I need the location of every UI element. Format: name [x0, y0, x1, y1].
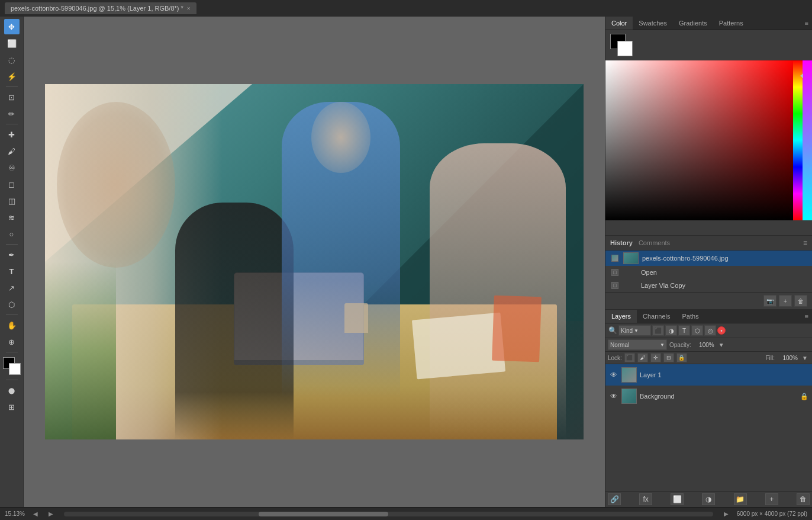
- layers-tab-channels[interactable]: Channels: [637, 310, 676, 323]
- new-group-btn[interactable]: 📁: [734, 493, 747, 505]
- history-icon-1: □: [611, 269, 618, 276]
- fg-bg-color-display[interactable]: [610, 34, 633, 56]
- history-create-layer-btn[interactable]: +: [779, 295, 792, 307]
- blur-tool-btn[interactable]: ≋: [4, 210, 20, 225]
- history-item-0[interactable]: pexels-cottonbro-5990046.jpg: [605, 251, 812, 266]
- color-additional-bar[interactable]: [803, 60, 812, 220]
- layer-0-visibility[interactable]: 👁: [609, 370, 618, 380]
- layer-0-thumb: [621, 367, 637, 383]
- history-item-1[interactable]: □ Open: [605, 266, 812, 279]
- brush-tool-btn[interactable]: 🖌: [4, 143, 20, 159]
- color-gradient-picker[interactable]: [605, 60, 793, 220]
- filter-shape-btn[interactable]: ⬡: [691, 325, 703, 336]
- lock-all-btn[interactable]: 🔒: [676, 353, 687, 362]
- tool-divider-6: [6, 380, 18, 380]
- comments-tab-label[interactable]: Comments: [639, 239, 670, 246]
- background-color-swatch[interactable]: [9, 363, 21, 375]
- history-item-2[interactable]: □ Layer Via Copy: [605, 279, 812, 292]
- layers-panel-menu[interactable]: ≡: [801, 310, 812, 323]
- fill-value[interactable]: 100%: [777, 355, 798, 361]
- tab-color[interactable]: Color: [605, 17, 633, 30]
- filter-pixel-btn[interactable]: ⬛: [652, 325, 664, 336]
- eyedropper-tool-btn[interactable]: ✏: [4, 106, 20, 121]
- dodge-tool-btn[interactable]: ○: [4, 226, 20, 242]
- scrollbar-thumb: [259, 512, 388, 516]
- history-menu-icon[interactable]: ≡: [803, 239, 807, 247]
- lock-artboard-btn[interactable]: ⊟: [663, 353, 674, 362]
- add-layer-style-btn[interactable]: fx: [639, 493, 652, 505]
- eraser-tool-btn[interactable]: ◻: [4, 176, 20, 192]
- history-item-1-icon: □: [610, 268, 620, 277]
- filter-adjustment-btn[interactable]: ◑: [665, 325, 677, 336]
- layers-tab-paths[interactable]: Paths: [676, 310, 705, 323]
- scroll-prev-btn[interactable]: ◀: [31, 509, 40, 519]
- tab-swatches[interactable]: Swatches: [633, 17, 673, 30]
- screen-mode-btn[interactable]: ⊞: [4, 399, 20, 415]
- filter-kind-select[interactable]: Kind ▼: [618, 325, 651, 336]
- title-bar: pexels-cottonbro-5990046.jpg @ 15,1% (La…: [0, 0, 812, 17]
- fill-arrow[interactable]: ▼: [800, 353, 810, 362]
- filter-type-btn[interactable]: T: [678, 325, 690, 336]
- hand-tool-btn[interactable]: ✋: [4, 317, 20, 333]
- layer-1-visibility[interactable]: 👁: [609, 391, 618, 401]
- magic-wand-tool-btn[interactable]: ⚡: [4, 69, 20, 84]
- lock-transparent-btn[interactable]: ⬛: [624, 353, 635, 362]
- canvas-image: [45, 84, 584, 439]
- history-new-snapshot-btn[interactable]: 📷: [763, 295, 776, 307]
- healing-tool-btn[interactable]: ✚: [4, 127, 20, 142]
- layers-tab-layers[interactable]: Layers: [605, 310, 637, 323]
- zoom-tool-btn[interactable]: ⊕: [4, 334, 20, 349]
- opacity-label: Opacity:: [669, 342, 691, 348]
- filter-icon[interactable]: 🔍: [608, 326, 617, 335]
- layer-item-1[interactable]: 👁 Background 🔒: [605, 386, 812, 407]
- fill-label: Fill:: [765, 355, 775, 361]
- shape-tool-btn[interactable]: ⬡: [4, 297, 20, 312]
- delete-layer-btn[interactable]: 🗑: [797, 493, 810, 505]
- lasso-tool-btn[interactable]: ◌: [4, 52, 20, 68]
- link-layers-btn[interactable]: 🔗: [608, 493, 621, 505]
- text-tool-btn[interactable]: T: [4, 264, 20, 279]
- move-tool-btn[interactable]: ✥: [4, 19, 20, 34]
- lock-move-btn[interactable]: ✛: [650, 353, 661, 362]
- color-spectrum-bar[interactable]: [793, 60, 803, 220]
- lock-label: Lock:: [608, 355, 622, 361]
- opacity-arrow[interactable]: ▼: [717, 340, 726, 349]
- crop-tool-btn[interactable]: ⊡: [4, 89, 20, 105]
- canvas-area[interactable]: [24, 17, 605, 507]
- color-swatch-area[interactable]: [3, 357, 21, 375]
- zoom-level[interactable]: 15.13%: [5, 511, 25, 517]
- background-color-box[interactable]: [617, 41, 633, 56]
- tab-gradients[interactable]: Gradients: [673, 17, 713, 30]
- history-thumb-0: [611, 255, 618, 262]
- gradient-tool-btn[interactable]: ◫: [4, 193, 20, 208]
- new-layer-btn[interactable]: +: [765, 493, 778, 505]
- path-tool-btn[interactable]: ↗: [4, 280, 20, 296]
- layer-item-0[interactable]: 👁 Layer 1: [605, 364, 812, 386]
- color-panel-tabs: Color Swatches Gradients Patterns ≡: [605, 17, 812, 30]
- add-mask-btn[interactable]: ⬜: [671, 493, 684, 505]
- lock-brush-btn[interactable]: 🖌: [637, 353, 648, 362]
- status-bar: 15.13% ◀ ▶ ▶ 6000 px × 4000 px (72 ppi): [0, 507, 812, 520]
- right-panel: Color Swatches Gradients Patterns ≡: [605, 17, 812, 507]
- clone-tool-btn[interactable]: ♾: [4, 160, 20, 175]
- opacity-value[interactable]: 100%: [694, 342, 714, 348]
- scroll-end-btn[interactable]: ▶: [721, 509, 731, 519]
- color-panel-menu[interactable]: ≡: [801, 17, 812, 30]
- history-tab-label[interactable]: History: [610, 239, 633, 246]
- filter-toggle-btn[interactable]: •: [717, 326, 726, 335]
- pen-tool-btn[interactable]: ✒: [4, 247, 20, 262]
- blend-mode-select[interactable]: Normal ▼: [608, 339, 667, 350]
- filter-smart-btn[interactable]: ◎: [704, 325, 716, 336]
- layers-list: 👁 Layer 1 👁 Background 🔒: [605, 364, 812, 491]
- quick-mask-btn[interactable]: ⬤: [4, 383, 20, 398]
- tab-patterns[interactable]: Patterns: [713, 17, 749, 30]
- document-tab[interactable]: pexels-cottonbro-5990046.jpg @ 15,1% (La…: [5, 2, 196, 14]
- history-panel-header[interactable]: History Comments ≡: [605, 236, 812, 251]
- new-fill-adjustment-btn[interactable]: ◑: [702, 493, 715, 505]
- marquee-tool-btn[interactable]: ⬜: [4, 36, 20, 51]
- history-delete-btn[interactable]: 🗑: [794, 295, 807, 307]
- scroll-next-btn[interactable]: ▶: [46, 509, 56, 519]
- tab-close-button[interactable]: ×: [187, 5, 191, 12]
- horizontal-scrollbar[interactable]: [64, 512, 713, 516]
- tool-divider-2: [6, 124, 18, 124]
